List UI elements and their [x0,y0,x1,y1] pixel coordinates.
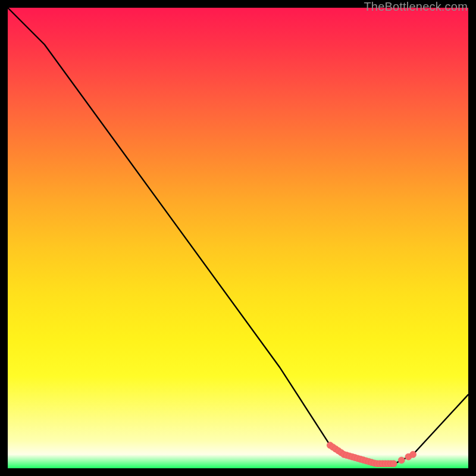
chart-container: TheBottleneck.com [0,0,476,476]
valley-marker [398,457,405,464]
valley-marker [390,461,397,467]
watermark-text: TheBottleneck.com [364,0,468,14]
curve-line [8,8,468,464]
valley-marker [410,451,416,458]
valley-markers-group [327,442,416,467]
curve-line-group [8,8,468,464]
chart-svg [8,8,468,468]
